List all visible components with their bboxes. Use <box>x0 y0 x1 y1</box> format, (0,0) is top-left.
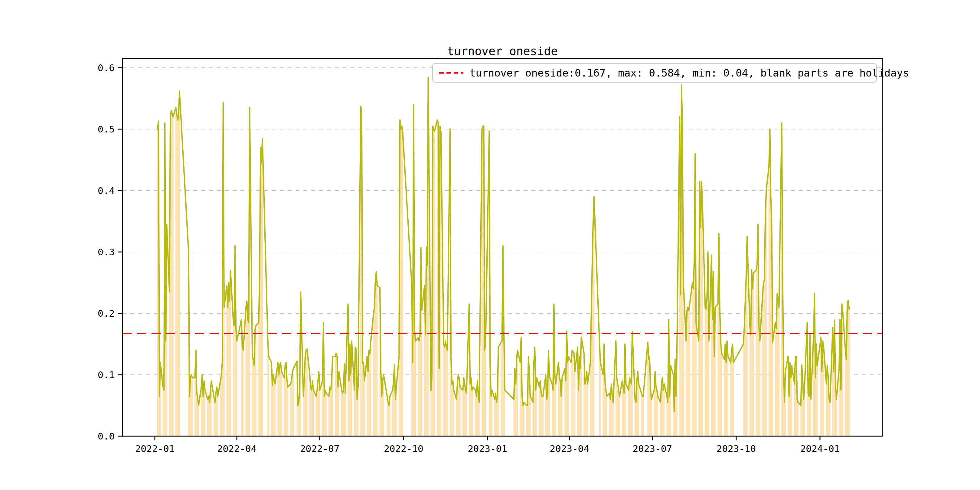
y-tick-label: 0.1 <box>98 369 115 380</box>
chart-title: turnover oneside <box>447 45 558 58</box>
x-tick-label: 2024-01 <box>800 443 840 454</box>
x-tick-label: 2022-01 <box>135 443 175 454</box>
x-tick-label: 2023-01 <box>468 443 507 454</box>
y-tick-label: 0.6 <box>98 62 115 73</box>
y-axis-ticks: 0.00.10.20.30.40.50.6 <box>98 62 123 442</box>
y-tick-label: 0.0 <box>98 431 115 442</box>
y-tick-label: 0.5 <box>98 124 115 135</box>
x-tick-label: 2023-04 <box>550 443 589 454</box>
legend-label: turnover_oneside:0.167, max: 0.584, min:… <box>469 67 909 79</box>
x-axis-ticks: 2022-012022-042022-072022-102023-012023-… <box>135 436 840 454</box>
x-tick-label: 2022-10 <box>384 443 423 454</box>
legend-box: turnover_oneside:0.167, max: 0.584, min:… <box>433 64 909 82</box>
y-tick-label: 0.4 <box>98 185 115 196</box>
x-tick-label: 2023-07 <box>632 443 672 454</box>
x-tick-label: 2022-07 <box>300 443 340 454</box>
x-tick-label: 2023-10 <box>717 443 756 454</box>
turnover-chart: 2022-012022-042022-072022-102023-012023-… <box>0 0 980 490</box>
x-tick-label: 2022-04 <box>217 443 257 454</box>
matplotlib-figure: 2022-012022-042022-072022-102023-012023-… <box>0 0 980 490</box>
y-tick-label: 0.3 <box>98 247 115 258</box>
y-tick-label: 0.2 <box>98 308 115 319</box>
